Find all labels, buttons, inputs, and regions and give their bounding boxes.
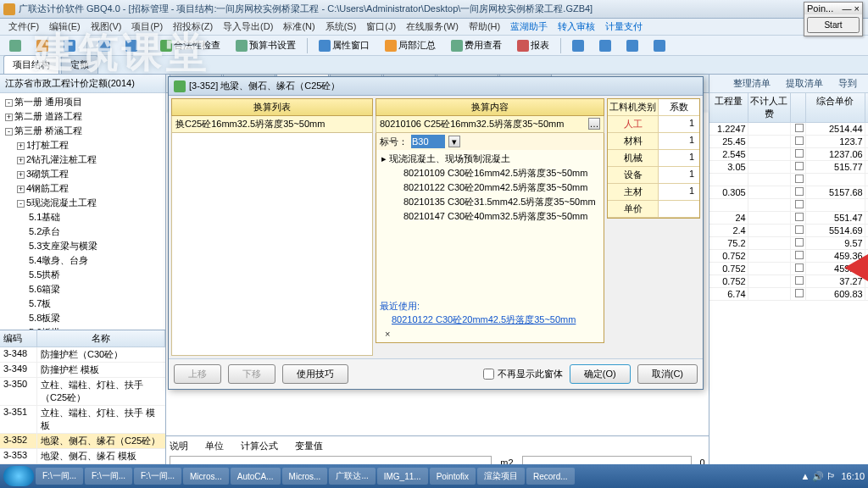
factor-row[interactable]: 设备1 [608, 167, 699, 184]
menu-file[interactable]: 文件(F) [3, 20, 44, 33]
btn-tip[interactable]: 使用技巧 [282, 364, 348, 384]
clock[interactable]: 16:10 [841, 471, 865, 481]
tree-item[interactable]: -第一册 通用项目 [2, 95, 164, 109]
menu-std[interactable]: 标准(N) [278, 20, 320, 33]
code-list-row[interactable]: 3-348防撞护栏（C30砼） [0, 347, 165, 363]
start-button[interactable] [3, 466, 34, 486]
tree-item[interactable]: +第二册 道路工程 [2, 109, 164, 124]
dropdown-close[interactable]: × [380, 327, 600, 341]
factor-row[interactable]: 机械1 [608, 150, 699, 167]
tb-fee[interactable]: 费用查看 [445, 36, 508, 54]
menu-bid[interactable]: 招投标(Z) [168, 20, 218, 33]
menu-pay[interactable]: 计量支付 [600, 20, 648, 33]
factor-row[interactable]: 单价 [608, 201, 699, 218]
menu-io[interactable]: 导入导出(D) [218, 20, 278, 33]
tree-item[interactable]: 5.1基础 [2, 210, 164, 225]
tree-item[interactable]: +3砌筑工程 [2, 167, 164, 181]
dd-item-3[interactable]: 80210147 C30砼40mm32.5坍落度35~50mm [380, 209, 600, 224]
dialog-titlebar[interactable]: [3-352] 地梁、侧石、缘石（C25砼） [169, 77, 703, 96]
menu-window[interactable]: 窗口(J) [361, 20, 401, 33]
dropdown-arrow-icon[interactable]: ▾ [448, 136, 460, 147]
tree-item[interactable]: 5.6箱梁 [2, 282, 164, 297]
rsb-0[interactable]: 整理清单 [727, 75, 776, 92]
btn-ok[interactable]: 确定(O) [570, 364, 631, 384]
code-list-row[interactable]: 3-351立柱、端柱、灯柱、扶手 模板 [0, 406, 165, 434]
taskbar-item[interactable]: Micros... [183, 468, 229, 485]
tree-view[interactable]: -第一册 通用项目+第二册 道路工程-第三册 桥涵工程+1打桩工程+2钻孔灌注桩… [0, 93, 165, 330]
tb-redo[interactable] [120, 37, 143, 54]
dd-item-2[interactable]: 80210135 C30砼31.5mm42.5坍落度35~50mm [380, 195, 600, 209]
col2-more-button[interactable]: … [588, 118, 600, 130]
dd-item-1[interactable]: 80210122 C30砼20mm42.5坍落度35~50mm [380, 180, 600, 195]
tree-item[interactable]: 5.7板 [2, 297, 164, 311]
tb-undo[interactable] [92, 37, 116, 54]
data-row[interactable]: 75.29.57 [709, 237, 868, 250]
taskbar-item[interactable]: Pointofix [430, 468, 476, 485]
tb-save[interactable] [58, 37, 81, 54]
system-tray[interactable]: ▲ 🔊 🏳 16:10 [800, 471, 865, 482]
taskbar-item[interactable]: F:\一间... [134, 468, 181, 485]
menu-project[interactable]: 项目(P) [126, 20, 168, 33]
btn-down[interactable]: 下移 [228, 364, 275, 384]
tb-local[interactable]: 局部汇总 [379, 36, 442, 54]
tb-nav-first[interactable] [566, 37, 590, 54]
tree-item[interactable]: 5.5拱桥 [2, 268, 164, 282]
taskbar-item[interactable]: Record... [526, 468, 575, 485]
data-row[interactable]: 2.5451237.06 [709, 148, 868, 161]
taskbar-item[interactable]: 渲染项目 [477, 468, 525, 485]
menu-lanhu[interactable]: 蓝湖助手 [505, 20, 553, 33]
data-row[interactable]: 1.22472514.44 [709, 123, 868, 136]
btn-up[interactable]: 上移 [174, 364, 221, 384]
taskbar-item[interactable]: F:\一间... [85, 468, 132, 485]
code-list-row[interactable]: 3-350立柱、端柱、灯柱、扶手（C25砼） [0, 378, 165, 406]
menu-online[interactable]: 在线服务(W) [401, 20, 464, 33]
rsb-1[interactable]: 提取清单 [780, 75, 829, 92]
tb-check[interactable]: 合法性检查 [154, 36, 226, 54]
pointofix-min[interactable]: — [843, 3, 852, 14]
taskbar-item[interactable]: 广联达... [329, 468, 375, 485]
tb-nav-prev[interactable] [593, 37, 617, 54]
tray-icons[interactable]: ▲ 🔊 🏳 [800, 471, 836, 482]
tb-budget[interactable]: 预算书设置 [230, 36, 302, 54]
factor-row[interactable]: 主材1 [608, 184, 699, 201]
data-row[interactable] [709, 174, 868, 186]
tree-item[interactable]: +1打桩工程 [2, 138, 164, 152]
data-row[interactable] [709, 199, 868, 212]
tree-item[interactable]: +2钻孔灌注桩工程 [2, 152, 164, 167]
pointofix-start-button[interactable]: Start [807, 17, 860, 33]
dont-show-checkbox[interactable]: 不再显示此窗体 [483, 368, 563, 380]
grade-input[interactable] [411, 135, 445, 148]
tb-open[interactable] [31, 37, 54, 54]
factor-row[interactable]: 人工1 [608, 116, 699, 133]
tb-prop[interactable]: 属性窗口 [313, 36, 376, 54]
code-list-row[interactable]: 3-353地梁、侧石、缘石 模板 [0, 449, 165, 464]
tree-item[interactable]: 5.3支座梁与横梁 [2, 239, 164, 253]
tb-nav-next[interactable] [620, 37, 644, 54]
data-row[interactable]: 2.45514.69 [709, 225, 868, 237]
data-row[interactable]: 25.45123.7 [709, 136, 868, 148]
col1-value[interactable]: 换C25砼16mm32.5坍落度35~50mm [171, 116, 373, 133]
menu-help[interactable]: 帮助(H) [464, 20, 505, 33]
tab-quota[interactable]: 定额 [61, 55, 98, 74]
tb-report[interactable]: 报表 [511, 36, 555, 54]
menu-audit[interactable]: 转入审核 [553, 20, 600, 33]
pointofix-close[interactable]: × [854, 3, 860, 14]
tb-new[interactable] [3, 37, 27, 54]
btn-cancel[interactable]: 取消(C) [637, 364, 698, 384]
taskbar-item[interactable]: F:\一间... [36, 468, 83, 485]
pointofix-window[interactable]: Poin... — × Start [804, 2, 863, 36]
tree-item[interactable]: -第三册 桥涵工程 [2, 124, 164, 138]
taskbar-item[interactable]: AutoCA... [231, 468, 281, 485]
tree-item[interactable]: +4钢筋工程 [2, 181, 164, 196]
code-list-row[interactable]: 3-352地梁、侧石、缘石（C25砼） [0, 434, 165, 449]
data-row[interactable]: 3.05515.77 [709, 161, 868, 174]
dd-item-0[interactable]: 80210109 C30砼16mm42.5坍落度35~50mm [380, 166, 600, 180]
taskbar-item[interactable]: IMG_11... [377, 468, 428, 485]
factor-row[interactable]: 材料1 [608, 133, 699, 150]
data-row[interactable]: 6.74609.83 [709, 288, 868, 301]
menu-sys[interactable]: 系统(S) [320, 20, 362, 33]
menu-view[interactable]: 视图(V) [86, 20, 127, 33]
tree-item[interactable]: -5现浇混凝土工程 [2, 196, 164, 210]
data-row[interactable]: 24551.47 [709, 212, 868, 225]
menu-edit[interactable]: 编辑(E) [44, 20, 86, 33]
